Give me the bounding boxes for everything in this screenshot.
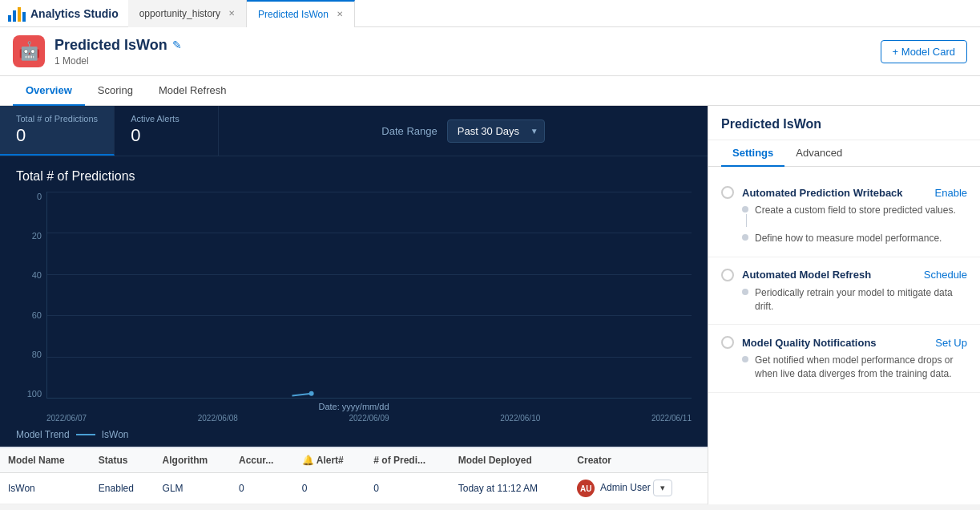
page-header-left: 🤖 Predicted IsWon ✎ 1 Model: [13, 35, 182, 67]
series-iswon-label: IsWon: [102, 429, 129, 440]
stat-label-predictions: Total # of Predictions: [16, 114, 98, 123]
settings-item-writeback: Automated Prediction Writeback Enable Cr…: [708, 175, 980, 257]
writeback-title: Automated Prediction Writeback: [742, 187, 903, 199]
col-predictions: # of Predi...: [365, 448, 450, 473]
chart-section: Total # of Predictions 100 80 60 40 20 0: [0, 156, 708, 423]
col-status: Status: [91, 448, 155, 473]
col-deployed: Model Deployed: [450, 448, 570, 473]
page-subtitle: 1 Model: [54, 55, 182, 67]
chart-canvas: [46, 192, 692, 399]
right-panel-tabs: Settings Advanced: [708, 140, 980, 167]
col-algorithm: Algorithm: [155, 448, 231, 473]
creator-dropdown-button[interactable]: ▾: [653, 480, 672, 496]
notifications-sub-text-1: Get notified when model performance drop…: [755, 354, 967, 381]
table-header-row: Model Name Status Algorithm Accur... 🔔 A…: [0, 448, 708, 473]
model-trend-legend: Model Trend IsWon: [0, 423, 708, 447]
notifications-action[interactable]: Set Up: [935, 337, 967, 349]
page-icon-label: 🤖: [18, 41, 40, 62]
cell-deployed: Today at 11:12 AM: [450, 473, 570, 504]
y-label-20: 20: [16, 231, 42, 241]
col-alerts: 🔔 Alert#: [294, 448, 365, 473]
tab-opportunity-history[interactable]: opportunity_history ✕: [128, 0, 247, 27]
cell-accuracy: 0: [231, 473, 294, 504]
date-range-select[interactable]: Past 7 Days Past 30 Days Past 90 Days Cu…: [447, 119, 545, 143]
tab-settings[interactable]: Settings: [721, 140, 784, 167]
chart-title: Total # of Predictions: [16, 169, 692, 184]
top-bar: Analytics Studio opportunity_history ✕ P…: [0, 0, 980, 27]
svg-rect-2: [18, 7, 21, 22]
col-creator: Creator: [569, 448, 708, 473]
refresh-radio[interactable]: [721, 269, 734, 281]
tab-label: Predicted IsWon: [258, 9, 329, 20]
tab-overview[interactable]: Overview: [13, 76, 85, 106]
stat-active-alerts: Active Alerts 0: [115, 106, 219, 156]
model-card-label: + Model Card: [893, 46, 955, 58]
y-label-60: 60: [16, 310, 42, 320]
svg-rect-3: [22, 12, 26, 22]
app-name: Analytics Studio: [30, 7, 119, 20]
settings-item-notifications: Model Quality Notifications Set Up Get n…: [708, 325, 980, 393]
writeback-action[interactable]: Enable: [935, 187, 967, 199]
trend-line-icon: [76, 434, 95, 435]
cell-alerts: 0: [294, 473, 365, 504]
page-icon: 🤖: [13, 35, 45, 67]
page-header: 🤖 Predicted IsWon ✎ 1 Model + Model Card: [0, 27, 980, 76]
svg-point-5: [309, 391, 314, 396]
model-card-button[interactable]: + Model Card: [881, 40, 967, 63]
writeback-radio[interactable]: [721, 186, 734, 199]
right-panel-title: Predicted IsWon: [708, 106, 980, 140]
date-format-tooltip: Date: yyyy/mm/dd: [318, 402, 389, 411]
sub-dot-4: [742, 356, 748, 362]
right-panel: Predicted IsWon Settings Advanced Automa…: [708, 106, 980, 504]
tab-predicted-iswon[interactable]: Predicted IsWon ✕: [247, 0, 355, 27]
stats-bar: Total # of Predictions 0 Active Alerts 0…: [0, 106, 708, 156]
connector-line-1: [746, 214, 747, 227]
settings-item-refresh-header: Automated Model Refresh Schedule: [721, 269, 967, 281]
stat-label-alerts: Active Alerts: [131, 114, 202, 123]
stat-value-predictions: 0: [16, 125, 98, 146]
edit-icon[interactable]: ✎: [172, 38, 182, 51]
settings-item-refresh: Automated Model Refresh Schedule Periodi…: [708, 257, 980, 326]
y-label-40: 40: [16, 270, 42, 280]
tab-model-refresh[interactable]: Model Refresh: [146, 76, 240, 106]
stat-value-alerts: 0: [131, 125, 202, 146]
tab-close-icon[interactable]: ✕: [228, 9, 235, 18]
writeback-sub-text-1: Create a custom field to store predicted…: [755, 204, 956, 217]
date-range-area: Date Range Past 7 Days Past 30 Days Past…: [219, 106, 708, 156]
refresh-body: Periodically retrain your model to mitig…: [721, 286, 967, 314]
writeback-sub-text-2: Define how to measure model performance.: [755, 232, 942, 245]
cell-creator: AU Admin User ▾: [569, 473, 708, 504]
date-select-wrapper: Past 7 Days Past 30 Days Past 90 Days Cu…: [447, 119, 545, 143]
analytics-icon: [6, 4, 26, 23]
chart-area: 100 80 60 40 20 0: [16, 192, 692, 423]
app-logo: Analytics Studio: [6, 4, 128, 23]
table-section: Model Name Status Algorithm Accur... 🔔 A…: [0, 447, 708, 504]
x-label-3: 2022/06/09: [349, 414, 389, 423]
x-label-5: 2022/06/11: [651, 414, 692, 423]
x-label-2: 2022/06/08: [198, 414, 238, 423]
tab-label: opportunity_history: [139, 8, 220, 19]
date-range-label: Date Range: [381, 125, 437, 137]
settings-item-notifications-header: Model Quality Notifications Set Up: [721, 336, 967, 349]
creator-name: Admin User: [600, 482, 651, 493]
sub-dot-1: [742, 206, 748, 212]
tab-close-icon[interactable]: ✕: [337, 10, 343, 18]
y-label-80: 80: [16, 350, 42, 359]
creator-avatar: AU: [577, 480, 595, 497]
nav-tabs: Overview Scoring Model Refresh: [0, 76, 980, 106]
settings-item-notifications-left: Model Quality Notifications: [721, 336, 877, 349]
cell-algorithm: GLM: [155, 473, 231, 504]
x-label-4: 2022/06/10: [500, 414, 540, 423]
tab-advanced[interactable]: Advanced: [784, 140, 853, 167]
tab-scoring[interactable]: Scoring: [85, 76, 146, 106]
y-label-0: 0: [16, 192, 42, 201]
notifications-radio[interactable]: [721, 336, 734, 349]
writeback-sub-2: Define how to measure model performance.: [742, 232, 967, 245]
refresh-action[interactable]: Schedule: [924, 269, 967, 281]
refresh-sub-text-1: Periodically retrain your model to mitig…: [755, 286, 967, 314]
sub-dot-2: [742, 234, 748, 241]
stat-total-predictions: Total # of Predictions 0: [0, 106, 115, 156]
svg-rect-1: [13, 10, 16, 22]
y-axis-labels: 100 80 60 40 20 0: [16, 192, 42, 399]
chart-svg: [47, 192, 692, 398]
